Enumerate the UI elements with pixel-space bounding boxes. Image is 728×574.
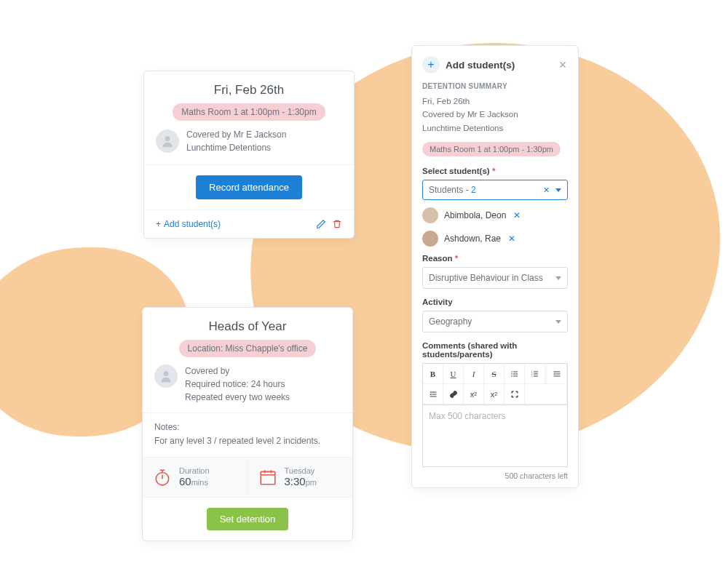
day-label: Tuesday	[285, 466, 317, 475]
detention-type-text: Lunchtime Detentions	[186, 141, 286, 154]
required-indicator: *	[455, 254, 458, 263]
number-list-button[interactable]: 123	[525, 364, 545, 384]
remove-student-icon[interactable]: ✕	[513, 210, 521, 220]
remove-student-icon[interactable]: ✕	[508, 234, 515, 244]
outdent-button[interactable]	[547, 364, 567, 384]
avatar-placeholder	[154, 364, 178, 388]
required-indicator: *	[492, 167, 495, 175]
indent-button[interactable]	[423, 384, 443, 404]
svg-point-1	[164, 371, 169, 376]
close-icon[interactable]	[558, 60, 568, 70]
day-cell: Tuesday 3:30pm	[248, 458, 353, 497]
svg-rect-20	[432, 394, 436, 394]
plus-circle-icon: +	[422, 56, 440, 73]
detention-type-card: Heads of Year Location: Miss Chapple's o…	[142, 307, 353, 541]
set-detention-button[interactable]: Set detention	[207, 508, 289, 530]
student-avatar	[422, 231, 438, 247]
student-avatar	[422, 207, 438, 223]
char-counter: 500 characters left	[422, 471, 568, 480]
summary-date: Fri, Feb 26th	[422, 95, 568, 108]
edit-icon[interactable]	[316, 219, 326, 229]
add-student-link[interactable]: + Add student(s)	[156, 219, 221, 229]
underline-button[interactable]: U	[443, 364, 464, 384]
covered-by-text: Covered by Mr E Jackson	[186, 128, 286, 141]
activity-value: Geography	[429, 316, 472, 327]
duration-unit: mins	[191, 478, 208, 487]
location-pill: Location: Miss Chapple's office	[179, 340, 317, 357]
delete-icon[interactable]	[332, 219, 342, 229]
bold-button[interactable]: B	[423, 364, 443, 384]
svg-point-4	[511, 371, 513, 372]
summary-heading: DETENTION SUMMARY	[422, 82, 568, 90]
reason-select[interactable]: Disruptive Behaviour in Class	[422, 267, 568, 289]
svg-rect-9	[513, 375, 518, 376]
day-value: 3:30	[285, 475, 306, 487]
toolbar-spacer	[525, 384, 567, 404]
chevron-down-icon	[555, 320, 561, 324]
svg-rect-3	[261, 472, 275, 485]
day-unit: pm	[306, 478, 317, 487]
panel-title: Add student(s)	[446, 60, 515, 71]
svg-rect-18	[553, 375, 560, 376]
selected-student-row: Ashdown, Rae ✕	[422, 231, 568, 247]
activity-label: Activity	[422, 298, 568, 306]
link-button[interactable]	[443, 384, 464, 404]
student-name: Abimbola, Deon	[444, 210, 506, 220]
comments-editor[interactable]: Max 500 characters	[422, 404, 568, 467]
detention-session-card: Fri, Feb 26th Maths Room 1 at 1:00pm - 1…	[143, 71, 355, 239]
select-students-label: Select student(s) *	[422, 167, 568, 175]
add-student-panel: + Add student(s) DETENTION SUMMARY Fri, …	[411, 45, 579, 488]
reason-value: Disruptive Behaviour in Class	[429, 273, 543, 283]
summary-covered-by: Covered by Mr E Jackson	[422, 108, 568, 121]
plus-icon: +	[156, 219, 161, 229]
session-date-title: Fri, Feb 26th	[156, 83, 342, 97]
students-select[interactable]: Students - 2 ✕	[422, 180, 568, 200]
chevron-down-icon	[555, 276, 561, 280]
svg-rect-7	[513, 373, 518, 374]
notes-label: Notes:	[154, 420, 341, 434]
svg-point-0	[165, 136, 170, 141]
svg-rect-5	[513, 371, 518, 372]
svg-rect-11	[534, 373, 538, 374]
subscript-button[interactable]: x2	[464, 384, 484, 404]
add-student-label: Add student(s)	[164, 219, 221, 229]
chevron-down-icon	[555, 188, 561, 192]
italic-button[interactable]: I	[464, 364, 484, 384]
svg-text:3: 3	[531, 375, 533, 378]
bullet-list-button[interactable]	[505, 364, 525, 384]
notes-text: For any level 3 / repeated level 2 incid…	[154, 434, 341, 448]
detention-type-title: Heads of Year	[154, 319, 341, 334]
duration-label: Duration	[179, 466, 210, 475]
activity-select[interactable]: Geography	[422, 311, 568, 332]
reason-label: Reason *	[422, 254, 568, 263]
strikethrough-button[interactable]: S	[484, 364, 505, 384]
duration-value: 60	[179, 475, 191, 487]
record-attendance-button[interactable]: Record attendance	[196, 175, 302, 199]
editor-toolbar: B U I S 123 x2 x2	[422, 363, 568, 404]
summary-location-pill: Maths Room 1 at 1:00pm - 1:30pm	[422, 142, 561, 156]
svg-point-8	[511, 375, 513, 377]
svg-rect-19	[430, 391, 436, 392]
fullscreen-button[interactable]	[505, 384, 525, 404]
svg-rect-21	[430, 396, 436, 396]
required-notice-text: Required notice: 24 hours	[185, 378, 290, 391]
summary-type: Lunchtime Detentions	[422, 121, 568, 135]
calendar-icon	[258, 468, 277, 487]
avatar-placeholder	[156, 129, 179, 153]
clear-select-icon[interactable]: ✕	[543, 186, 550, 195]
location-pill: Maths Room 1 at 1:00pm - 1:30pm	[173, 103, 325, 121]
svg-rect-12	[534, 375, 538, 376]
svg-rect-10	[534, 371, 538, 372]
svg-point-6	[511, 373, 513, 375]
repeat-text: Repeated every two weeks	[185, 391, 290, 404]
stopwatch-icon	[153, 468, 172, 487]
covered-by-text: Covered by	[185, 364, 290, 378]
student-name: Ashdown, Rae	[444, 234, 501, 244]
svg-rect-16	[553, 371, 560, 372]
superscript-button[interactable]: x2	[484, 384, 505, 404]
comments-label: Comments (shared with students/parents)	[422, 341, 568, 359]
selected-student-row: Abimbola, Deon ✕	[422, 207, 568, 223]
svg-rect-17	[555, 373, 560, 374]
duration-cell: Duration 60mins	[143, 458, 248, 497]
